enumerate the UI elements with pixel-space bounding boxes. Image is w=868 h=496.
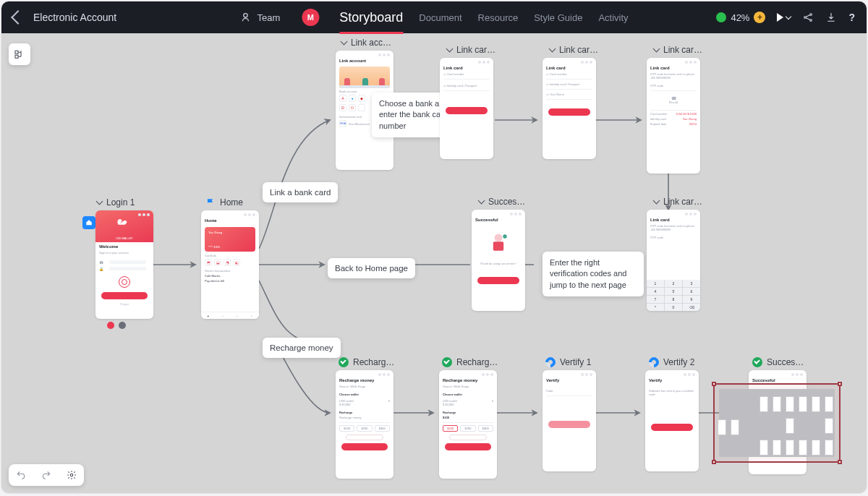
bottom-toolbar bbox=[9, 464, 84, 486]
check-circle-icon bbox=[442, 357, 452, 367]
play-button[interactable] bbox=[777, 13, 791, 22]
branch-label-link[interactable]: Link a bank card bbox=[263, 182, 338, 202]
screen-link-card-3[interactable]: Link card OTP code has been sent to phon… bbox=[647, 58, 700, 174]
chevron-down-icon bbox=[653, 197, 660, 205]
back-icon[interactable] bbox=[11, 10, 25, 25]
flag-icon bbox=[205, 197, 216, 208]
chevron-down-icon bbox=[478, 197, 485, 205]
undo-icon[interactable] bbox=[16, 470, 26, 480]
settings-icon[interactable] bbox=[67, 470, 77, 480]
node-label-v1[interactable]: Vertify 1 bbox=[545, 357, 591, 367]
node-label-lc2[interactable]: Link car… bbox=[550, 45, 598, 55]
svg-point-5 bbox=[495, 234, 503, 241]
storyboard-canvas[interactable]: Login 1 CIB WALLET Welcome Sign in to yo… bbox=[1, 33, 867, 493]
node-label-lc3[interactable]: Link car… bbox=[654, 45, 702, 55]
login-button bbox=[101, 292, 148, 299]
svg-rect-6 bbox=[493, 241, 503, 251]
svg-point-2 bbox=[810, 20, 812, 22]
screen-home[interactable]: Home Yao Zhang **** 4325 CardLink ⬒⬓⬔⬕ R… bbox=[201, 210, 259, 319]
top-bar: Electronic Account Team M Storyboard Doc… bbox=[1, 1, 867, 33]
screen-recharge-2[interactable]: Recharge money Source: Wells Fargo Choos… bbox=[439, 370, 497, 479]
progress-circle-icon bbox=[543, 355, 558, 369]
node-label-rc1[interactable]: Recharg… bbox=[339, 357, 394, 367]
node-label-linkacc[interactable]: Link acc… bbox=[341, 38, 391, 48]
check-circle-icon bbox=[339, 357, 349, 367]
progress-indicator[interactable]: 42% + bbox=[716, 12, 765, 23]
svg-rect-4 bbox=[15, 55, 18, 58]
home-marker-icon[interactable] bbox=[82, 216, 95, 229]
screen-link-card-1[interactable]: Link card ▭ Card number ▭ Identity card … bbox=[440, 58, 493, 159]
svg-point-1 bbox=[810, 14, 812, 16]
chevron-down-icon bbox=[653, 46, 660, 53]
branch-label-recharge[interactable]: Recharge money bbox=[263, 338, 341, 358]
svg-rect-3 bbox=[15, 51, 18, 54]
node-label-lc4[interactable]: Link car… bbox=[654, 197, 702, 207]
chevron-down-icon bbox=[341, 38, 348, 46]
svg-point-10 bbox=[70, 474, 73, 476]
tab-document[interactable]: Document bbox=[419, 12, 461, 23]
screen-recharge-1[interactable]: Recharge money Source: Wells Fargo Choos… bbox=[336, 370, 393, 479]
variant-dots[interactable] bbox=[107, 322, 126, 329]
redo-icon[interactable] bbox=[41, 470, 51, 480]
tab-storyboard[interactable]: Storyboard bbox=[339, 10, 403, 25]
project-name[interactable]: Electronic Account bbox=[33, 12, 116, 23]
tooltip-verify-codes[interactable]: Enter the right verification codes and j… bbox=[542, 252, 644, 296]
node-label-lc1[interactable]: Link car… bbox=[447, 45, 495, 55]
download-icon[interactable] bbox=[825, 12, 837, 23]
node-label-home[interactable]: Home bbox=[205, 197, 243, 208]
status-dot-icon bbox=[716, 12, 726, 22]
check-circle-icon bbox=[752, 357, 762, 367]
app-logo: M bbox=[302, 9, 319, 26]
chevron-down-icon bbox=[446, 46, 454, 53]
layout-icon bbox=[14, 48, 25, 60]
screen-link-card-4[interactable]: Link card OTP code has been sent to phon… bbox=[647, 210, 700, 311]
chevron-down-icon bbox=[786, 14, 791, 20]
screen-verify-2[interactable]: Vertify Software has sent to you a verif… bbox=[645, 370, 699, 471]
chevron-down-icon bbox=[549, 46, 556, 53]
screen-login[interactable]: CIB WALLET Welcome Sign in to your accou… bbox=[95, 210, 153, 319]
screen-link-card-2[interactable]: Link card ▭ Card number ▭ Identity card … bbox=[542, 58, 596, 159]
share-icon[interactable] bbox=[802, 12, 814, 23]
tab-activity[interactable]: Activity bbox=[598, 12, 628, 23]
screen-verify-1[interactable]: Vertify Code bbox=[542, 370, 596, 471]
svg-point-7 bbox=[503, 234, 506, 238]
layout-tool-button[interactable] bbox=[9, 43, 30, 65]
tab-style-guide[interactable]: Style Guide bbox=[534, 12, 582, 23]
play-icon bbox=[777, 13, 783, 22]
people-icon bbox=[239, 12, 251, 23]
overview-viewport[interactable] bbox=[713, 383, 841, 463]
chevron-down-icon bbox=[96, 198, 103, 205]
svg-point-0 bbox=[804, 17, 807, 19]
node-label-v2[interactable]: Vertify 2 bbox=[649, 357, 694, 367]
node-label-rc2[interactable]: Recharg… bbox=[442, 357, 498, 367]
screen-successful[interactable]: Successful Thank for using our service ! bbox=[472, 210, 525, 311]
branch-label-back[interactable]: Back to Home page bbox=[328, 258, 415, 278]
node-label-success-mid[interactable]: Succes… bbox=[479, 197, 525, 207]
add-circle-icon[interactable]: + bbox=[754, 12, 765, 23]
help-icon[interactable]: ? bbox=[848, 12, 855, 23]
progress-circle-icon bbox=[647, 355, 661, 369]
team-button[interactable]: Team bbox=[239, 12, 280, 23]
node-label-success2[interactable]: Succes… bbox=[752, 357, 804, 367]
tab-resource[interactable]: Resource bbox=[478, 12, 519, 23]
node-label-login[interactable]: Login 1 bbox=[97, 197, 135, 208]
